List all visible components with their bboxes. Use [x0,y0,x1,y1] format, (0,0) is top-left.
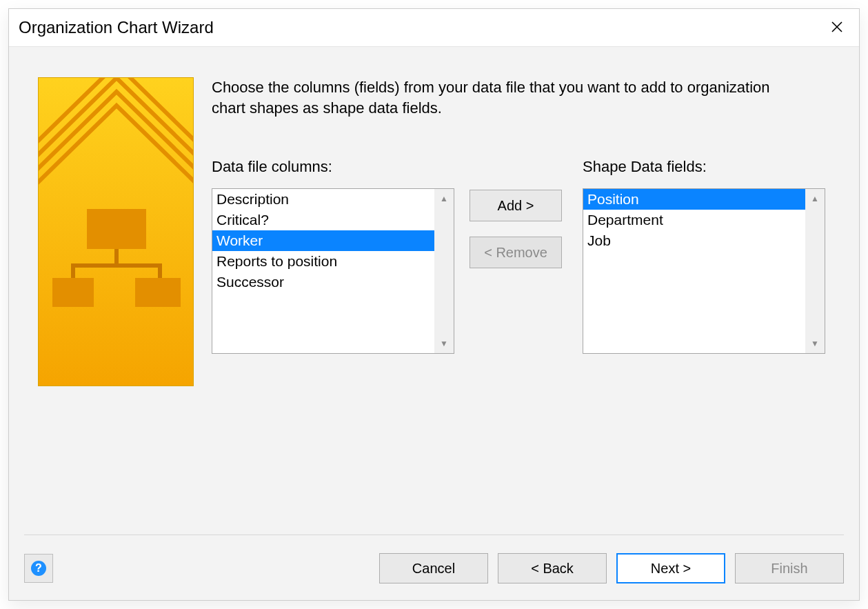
list-item[interactable]: Job [583,230,805,251]
svg-rect-2 [52,278,94,307]
data-file-columns-label: Data file columns: [212,158,454,176]
wizard-illustration [38,77,194,386]
list-item[interactable]: Worker [212,230,434,251]
shape-data-fields-label: Shape Data fields: [583,158,825,176]
list-item[interactable]: Reports to position [212,251,434,272]
scroll-down-icon[interactable]: ▼ [434,334,454,353]
scroll-up-icon[interactable]: ▲ [805,189,825,208]
cancel-button[interactable]: Cancel [379,553,488,583]
scroll-down-icon[interactable]: ▼ [805,334,825,353]
scroll-up-icon[interactable]: ▲ [434,189,454,208]
listbox-scrollbar[interactable]: ▲ ▼ [434,189,454,353]
finish-button[interactable]: Finish [735,553,844,583]
remove-button[interactable]: < Remove [470,237,562,268]
content-area: Choose the columns (fields) from your da… [9,46,859,600]
list-item[interactable]: Position [583,189,805,210]
close-button[interactable] [825,17,849,39]
list-item[interactable]: Description [212,189,434,210]
svg-rect-1 [87,209,146,249]
add-button[interactable]: Add > [470,190,562,221]
listbox-scrollbar[interactable]: ▲ ▼ [805,189,825,353]
list-item[interactable]: Successor [212,272,434,292]
help-button[interactable]: ? [24,554,53,583]
footer-separator [24,535,844,535]
svg-rect-3 [135,278,181,307]
next-button[interactable]: Next > [616,553,725,583]
titlebar: Organization Chart Wizard [9,9,859,46]
data-file-columns-listbox[interactable]: DescriptionCritical?WorkerReports to pos… [212,188,454,354]
back-button[interactable]: < Back [498,553,607,583]
svg-text:?: ? [35,562,42,574]
list-item[interactable]: Critical? [212,210,434,230]
wizard-dialog: Organization Chart Wizard [8,8,860,601]
dialog-title: Organization Chart Wizard [19,18,214,37]
shape-data-fields-listbox[interactable]: PositionDepartmentJob ▲ ▼ [583,188,825,354]
list-item[interactable]: Department [583,210,805,230]
instruction-text: Choose the columns (fields) from your da… [212,77,791,118]
